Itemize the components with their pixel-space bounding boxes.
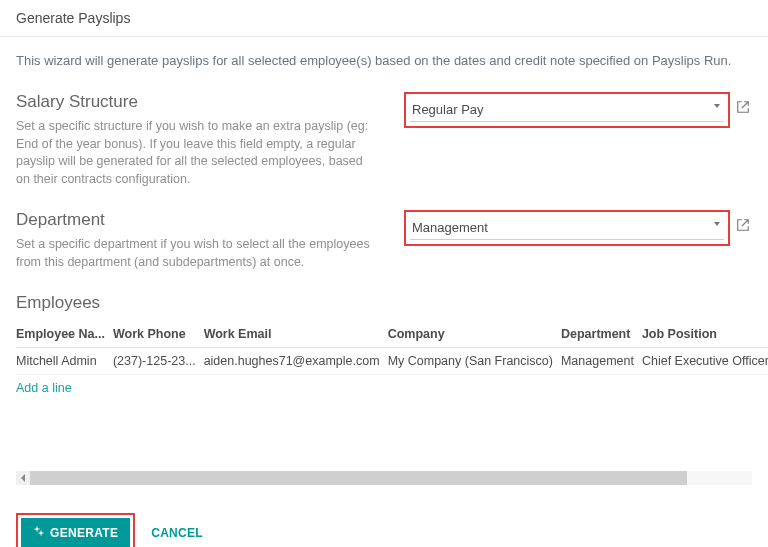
dialog-footer: GENERATE CANCEL <box>0 501 768 547</box>
cell-work-phone: (237)-125-23... <box>113 348 204 375</box>
generate-button-label: GENERATE <box>50 526 118 540</box>
cell-company: My Company (San Francisco) <box>388 348 561 375</box>
department-section: Department Set a specific department if … <box>16 210 752 271</box>
th-job-position[interactable]: Job Position <box>642 321 768 348</box>
dialog-body: This wizard will generate payslips for a… <box>0 37 768 501</box>
cell-employee-name: Mitchell Admin <box>16 348 113 375</box>
th-work-phone[interactable]: Work Phone <box>113 321 204 348</box>
salary-structure-help: Set a specific structure if you wish to … <box>16 118 374 188</box>
salary-structure-value: Regular Pay <box>410 98 724 122</box>
gears-icon <box>33 525 45 540</box>
salary-structure-select[interactable]: Regular Pay <box>404 92 730 128</box>
th-company[interactable]: Company <box>388 321 561 348</box>
svg-point-1 <box>40 532 43 535</box>
generate-payslips-dialog: Generate Payslips This wizard will gener… <box>0 0 768 547</box>
cell-work-email: aiden.hughes71@example.com <box>204 348 388 375</box>
employees-table: Employee Na... Work Phone Work Email Com… <box>16 321 768 401</box>
scroll-track[interactable] <box>30 471 752 485</box>
intro-text: This wizard will generate payslips for a… <box>16 53 752 68</box>
department-value: Management <box>410 216 724 240</box>
scroll-left-icon[interactable] <box>16 471 30 485</box>
chevron-down-icon <box>714 222 720 226</box>
department-heading: Department <box>16 210 374 230</box>
salary-structure-heading: Salary Structure <box>16 92 374 112</box>
table-header-row: Employee Na... Work Phone Work Email Com… <box>16 321 768 348</box>
horizontal-scrollbar[interactable] <box>16 471 752 485</box>
add-line-link[interactable]: Add a line <box>16 375 72 401</box>
cell-department: Management <box>561 348 642 375</box>
external-link-icon[interactable] <box>736 100 752 116</box>
dialog-title: Generate Payslips <box>0 0 768 37</box>
external-link-icon[interactable] <box>736 218 752 234</box>
th-work-email[interactable]: Work Email <box>204 321 388 348</box>
table-row[interactable]: Mitchell Admin (237)-125-23... aiden.hug… <box>16 348 768 375</box>
chevron-down-icon <box>714 104 720 108</box>
generate-button[interactable]: GENERATE <box>21 518 130 547</box>
scroll-thumb[interactable] <box>30 471 687 485</box>
cell-job-position: Chief Executive Officer <box>642 348 768 375</box>
svg-point-0 <box>36 528 39 531</box>
department-select[interactable]: Management <box>404 210 730 246</box>
cancel-button[interactable]: CANCEL <box>145 525 209 541</box>
th-employee-name[interactable]: Employee Na... <box>16 321 113 348</box>
salary-structure-section: Salary Structure Set a specific structur… <box>16 92 752 188</box>
employees-heading: Employees <box>16 293 752 313</box>
department-help: Set a specific department if you wish to… <box>16 236 374 271</box>
th-department[interactable]: Department <box>561 321 642 348</box>
employees-section: Employees Employee Na... Work Phone Work… <box>16 293 752 401</box>
